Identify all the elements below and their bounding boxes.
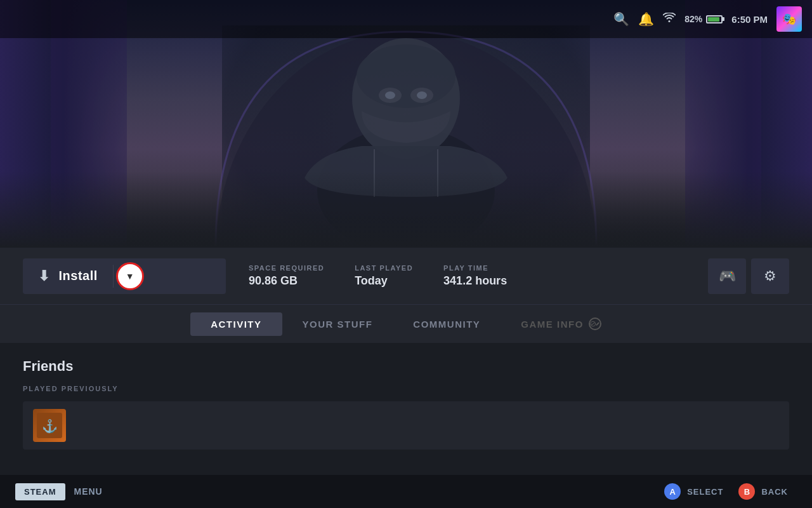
friend-avatar: ⚓ [33,409,66,442]
clock: 6:50 PM [731,14,768,25]
control-bar: ⬇ Install ▼ SPACE REQUIRED 90.86 GB LAST… [0,248,812,305]
controller-group: A SELECT B BACK [664,483,797,500]
tab-game-info[interactable]: GAME INFO [501,311,622,337]
controller-icon: 🎮 [719,268,736,284]
install-group: ⬇ Install ▼ [23,258,226,294]
battery-group: 82% [684,14,723,24]
tab-community[interactable]: COMMUNITY [393,312,501,336]
steam-group: STEAM MENU [15,483,103,500]
stats-group: SPACE REQUIRED 90.86 GB LAST PLAYED Toda… [249,264,708,288]
install-dropdown-button[interactable]: ▼ [114,258,147,294]
svg-point-8 [385,91,395,99]
steam-label: STEAM [24,487,56,497]
settings-button[interactable]: ⚙ [751,258,789,294]
tab-activity-label: ACTIVITY [211,319,261,330]
play-time-value: 341.2 hours [443,274,507,288]
a-button-badge[interactable]: A [664,483,681,500]
install-button[interactable]: ⬇ Install [23,258,113,294]
bottom-bar: STEAM MENU A SELECT B BACK [0,475,812,508]
svg-line-13 [591,323,594,325]
avatar[interactable]: 🎭 [776,6,802,32]
battery-percent: 82% [684,14,702,24]
b-button-badge[interactable]: B [738,483,755,500]
download-icon: ⬇ [38,268,50,284]
friends-title: Friends [23,358,789,375]
back-label: BACK [761,487,788,497]
space-required-value: 90.86 GB [249,274,324,288]
play-time-stat: PLAY TIME 341.2 hours [443,264,507,288]
space-required-stat: SPACE REQUIRED 90.86 GB [249,264,324,288]
friend-list-item[interactable]: ⚓ [23,401,789,450]
install-label: Install [59,269,98,283]
settings-icon: ⚙ [764,268,776,284]
svg-point-9 [417,91,427,99]
chevron-down-icon: ▼ [126,271,134,281]
svg-point-5 [357,44,455,108]
tab-game-info-label: GAME INFO [521,319,584,330]
svg-text:⚓: ⚓ [42,418,58,434]
action-buttons: 🎮 ⚙ [708,258,789,294]
battery-icon [706,15,723,23]
search-icon[interactable]: 🔍 [613,11,629,27]
wifi-icon [663,13,676,26]
space-required-label: SPACE REQUIRED [249,264,324,272]
content-area: Friends PLAYED PREVIOUSLY ⚓ [0,343,812,475]
select-label: SELECT [687,487,723,497]
disabled-icon [589,318,601,330]
notification-icon[interactable]: 🔔 [638,11,654,27]
tab-community-label: COMMUNITY [413,319,480,330]
tab-activity[interactable]: ACTIVITY [190,312,282,336]
tabs-bar: ACTIVITY YOUR STUFF COMMUNITY GAME INFO [0,305,812,343]
last-played-label: LAST PLAYED [355,264,413,272]
top-bar: 🔍 🔔 82% 6:50 PM 🎭 [0,0,812,38]
last-played-stat: LAST PLAYED Today [355,264,413,288]
tab-your-stuff-label: YOUR STUFF [303,319,373,330]
steam-button[interactable]: STEAM [15,483,65,500]
controller-button[interactable]: 🎮 [708,258,746,294]
play-time-label: PLAY TIME [443,264,507,272]
last-played-value: Today [355,274,413,288]
tab-your-stuff[interactable]: YOUR STUFF [282,312,393,336]
dropdown-circle: ▼ [116,262,144,290]
played-previously-label: PLAYED PREVIOUSLY [23,385,789,392]
menu-label: MENU [74,486,103,497]
